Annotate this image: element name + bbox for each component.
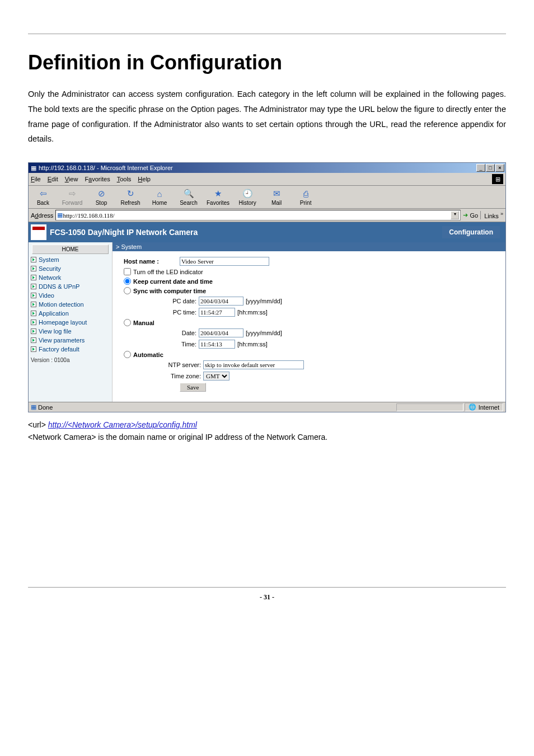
host-name-input[interactable] — [180, 257, 269, 266]
top-rule — [28, 34, 506, 34]
arrow-icon — [31, 275, 36, 280]
url-description: <Network Camera> is the domain name or o… — [28, 433, 506, 442]
manual-time-input[interactable] — [199, 340, 235, 349]
address-label: Address — [31, 212, 53, 219]
automatic-radio[interactable] — [124, 351, 131, 358]
address-input[interactable] — [63, 212, 451, 219]
sidebar-item-logfile[interactable]: View log file — [29, 327, 112, 336]
menu-bar: File Edit View Favorites Tools Help ⊞ — [29, 173, 505, 186]
manual-date-hint: [yyyy/mm/dd] — [246, 330, 282, 336]
arrow-icon — [31, 266, 36, 271]
page-number: - 31 - — [28, 593, 506, 602]
keep-time-label: Keep current date and time — [133, 278, 213, 285]
sidebar-item-factory[interactable]: Factory default — [29, 345, 112, 354]
sidebar-item-label: Motion detection — [39, 301, 84, 308]
sidebar-item-label: Application — [39, 310, 69, 317]
manual-label: Manual — [133, 320, 154, 326]
brand-logo-icon — [31, 224, 46, 240]
ie-throbber-icon: ⊞ — [492, 174, 503, 184]
config-url-link[interactable]: http://<Network Camera>/setup/config.htm… — [48, 420, 197, 429]
intro-paragraph: Only the Administrator can access system… — [28, 87, 506, 147]
browser-window: ▦ http://192.168.0.118/ - Microsoft Inte… — [28, 162, 506, 412]
menu-help[interactable]: Help — [138, 176, 151, 182]
led-checkbox[interactable] — [124, 268, 131, 275]
stop-button[interactable]: ⊘Stop — [90, 188, 113, 206]
automatic-label: Automatic — [133, 351, 163, 358]
sync-radio[interactable] — [124, 287, 131, 294]
save-button[interactable]: Save — [180, 383, 206, 392]
menu-file[interactable]: File — [31, 176, 41, 182]
status-pane — [396, 403, 463, 411]
sidebar-item-homepage[interactable]: Homepage layout — [29, 318, 112, 327]
pc-time-input[interactable] — [199, 308, 235, 317]
search-button[interactable]: 🔍Search — [177, 188, 200, 206]
version-label: Version : 0100a — [29, 354, 112, 367]
arrow-icon — [31, 328, 36, 334]
pc-date-input[interactable] — [199, 297, 243, 306]
sidebar-item-motion[interactable]: Motion detection — [29, 300, 112, 309]
arrow-icon — [31, 320, 36, 325]
sidebar-item-application[interactable]: Application — [29, 309, 112, 318]
arrow-icon — [31, 337, 36, 343]
bottom-rule — [28, 587, 506, 588]
globe-icon: 🌐 — [469, 403, 476, 411]
manual-date-label: Date: — [157, 330, 196, 336]
sidebar-item-security[interactable]: Security — [29, 264, 112, 273]
sys-buttons: _ □ × — [476, 164, 504, 172]
back-button[interactable]: ⇦Back — [32, 188, 54, 206]
history-button[interactable]: 🕘History — [236, 188, 259, 206]
sidebar-item-label: Homepage layout — [39, 319, 87, 326]
arrow-icon — [31, 302, 36, 307]
pc-time-hint: [hh:mm:ss] — [237, 309, 268, 316]
minimize-button[interactable]: _ — [476, 164, 485, 172]
toolbar: ⇦Back ⇨Forward ⊘Stop ↻Refresh ⌂Home 🔍Sea… — [29, 186, 505, 209]
sidebar-item-label: View log file — [39, 328, 72, 335]
address-dropdown-icon[interactable]: ▾ — [451, 211, 459, 219]
print-button[interactable]: ⎙Print — [294, 188, 317, 206]
status-text: Done — [38, 404, 53, 411]
favorites-button[interactable]: ★Favorites — [207, 188, 229, 206]
host-label: Host name : — [124, 258, 180, 265]
ie-page-icon: ▦ — [57, 212, 63, 219]
page-content: FCS-1050 Day/Night IP Network Camera Con… — [29, 222, 505, 402]
led-label: Turn off the LED indicator — [133, 269, 203, 275]
status-bar: ▦ Done 🌐 Internet — [29, 402, 505, 412]
timezone-select[interactable]: GMT — [203, 372, 229, 381]
ntp-label: NTP server: — [157, 361, 201, 368]
close-button[interactable]: × — [495, 164, 504, 172]
menu-view[interactable]: View — [65, 176, 78, 182]
forward-button: ⇨Forward — [61, 188, 83, 206]
ntp-input[interactable] — [203, 360, 304, 369]
go-button[interactable]: ➜Go — [463, 212, 478, 219]
keep-time-radio[interactable] — [124, 278, 131, 285]
sidebar-item-ddns[interactable]: DDNS & UPnP — [29, 282, 112, 291]
sidebar-item-video[interactable]: Video — [29, 291, 112, 300]
arrow-icon — [31, 311, 36, 316]
sidebar-home[interactable]: HOME — [32, 245, 109, 254]
sidebar-item-label: Video — [39, 292, 54, 299]
mail-button[interactable]: ✉Mail — [265, 188, 288, 206]
tz-label: Time zone: — [157, 373, 201, 379]
sidebar-item-network[interactable]: Network — [29, 273, 112, 282]
configuration-tab[interactable]: Configuration — [442, 226, 500, 238]
sidebar-item-label: View parameters — [39, 337, 85, 344]
menu-favorites[interactable]: Favorites — [85, 176, 110, 182]
menu-tools[interactable]: Tools — [117, 176, 132, 182]
sidebar-item-params[interactable]: View parameters — [29, 336, 112, 345]
manual-date-input[interactable] — [199, 328, 243, 337]
sidebar-item-label: Factory default — [39, 346, 79, 353]
ie-page-icon: ▦ — [31, 165, 36, 172]
maximize-button[interactable]: □ — [486, 164, 495, 172]
pc-time-label: PC time: — [157, 309, 196, 316]
sidebar-item-system[interactable]: System — [29, 255, 112, 264]
refresh-button[interactable]: ↻Refresh — [119, 188, 142, 206]
zone-indicator: 🌐 Internet — [465, 403, 503, 411]
menu-edit[interactable]: Edit — [48, 176, 58, 182]
url-line: <url> http://<Network Camera>/setup/conf… — [28, 420, 506, 429]
links-button[interactable]: Links » — [480, 211, 503, 219]
page-heading: Definition in Configuration — [28, 51, 506, 74]
product-header: FCS-1050 Day/Night IP Network Camera Con… — [29, 222, 505, 242]
arrow-icon — [31, 293, 36, 298]
home-button[interactable]: ⌂Home — [148, 188, 171, 206]
manual-radio[interactable] — [124, 319, 131, 326]
